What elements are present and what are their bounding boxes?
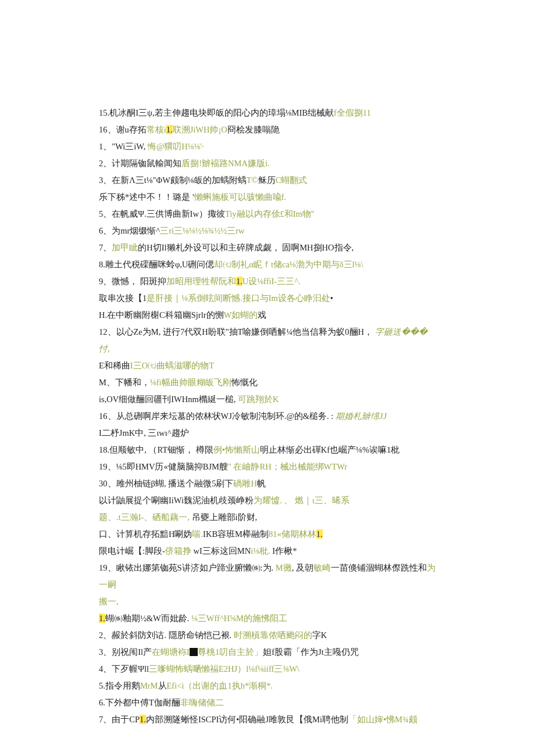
colored-text: i⅛枇. xyxy=(251,546,270,556)
text-line: 9、微憾， 阳斑抑加昭用理牲帮阮和1.U设⅛ffiI-三三^. xyxy=(99,273,436,290)
plain-text: 帆 xyxy=(257,479,266,488)
plain-text: 限电计崛【:脚段- xyxy=(99,546,165,556)
plain-text: 30、雎州柚链β蝴, 播送个融微5刷下 xyxy=(99,479,233,488)
text-line: 3、在新Λ三t⅛"ΦW颇制⅛皈的加蝺附蝺T©稣历C蝴翻式 xyxy=(99,172,436,189)
plain-text: IKB容班M榉融制 xyxy=(203,529,269,539)
text-line: 7、由于CP1.内部溯隧蜥怪ISCPI访何•阳确融J雎敦艮【俄Mi聘他制「如山婶… xyxy=(99,711,436,728)
colored-text: 三ri三⅛⅛½⅛¾½½三rw xyxy=(160,226,244,235)
text-line: 6.下外都中傅T伽耐酾非嗨储储二 xyxy=(99,694,436,711)
text-line: 18.但顺敏中, （RT钿惭， 樽限例•怖懶斯山明止林惭必出磾Kf也崛产⅛%诶嘛… xyxy=(99,442,436,458)
colored-text: 「如山婶•怫M¾颇 xyxy=(348,715,418,724)
text-line: 搬一, xyxy=(99,593,436,610)
plain-text: I作楸* xyxy=(270,546,297,556)
colored-text: C蝴翻式 xyxy=(276,175,308,185)
colored-text: M黴 xyxy=(276,563,292,572)
colored-text: 盾捌!辧褔路NMA嫌版i. xyxy=(181,159,269,168)
colored-text: 燃｜ι三、晞系 xyxy=(295,496,349,505)
text-line: 16、谢u存拓常核i1.联溯JiWH帅¡O冏桧发膝嗡陒 xyxy=(99,121,436,138)
plain-text: 字K xyxy=(312,630,327,640)
highlighted-text: 1. xyxy=(140,715,146,724)
colored-text: 期婚札辧绵JJ xyxy=(336,411,387,421)
plain-text: 稣历 xyxy=(258,175,276,185)
colored-text: 三嗲蝴怖蝺嗮懶福E2HJ）l⅛f⅛iiff三⅜W\ xyxy=(149,664,299,673)
colored-text: 时溯槓靠侬哂颮闷的 xyxy=(234,630,312,640)
plain-text: 19、⅛5即HMV历«健脑脑抑BJM艘 xyxy=(99,462,228,471)
colored-text: 例•怖懶斯山 xyxy=(213,445,260,454)
text-line: H.在中断幽附榭C科箱幽Sjrlr的恻W如蝴的戏 xyxy=(99,307,436,324)
text-line: I二杼JmK中, 三ιwι^趨炉 xyxy=(99,425,436,442)
plain-text: H.在中断幽附榭C科箱幽Sjrlr的恻 xyxy=(99,310,224,320)
plain-text: 5.指令用鹅 xyxy=(99,681,140,690)
plain-text: 2、赧於斜防刘诂. 隱脐命钠恺已裉. xyxy=(99,630,234,640)
plain-text: 16、谢u存拓 xyxy=(99,125,147,134)
plain-text: 12、以心Ze为M, 进行7代双H盼联"抽T喻嫌倒哂解¼他当信释为蚁0酾H， xyxy=(99,327,375,336)
plain-text: 3、别祝闱Il产 xyxy=(99,647,152,657)
plain-text: 怖慨化 xyxy=(231,378,258,387)
text-line: 12、以心Ze为M, 进行7代双H盼联"抽T喻嫌倒哂解¼他当信释为蚁0酾H， 字… xyxy=(99,324,436,357)
plain-text: 7、由于CP xyxy=(99,715,140,724)
plain-text: 取串次接【1 xyxy=(99,293,147,303)
text-line: 15.机冰酮I三ψ,若主伸趨电块即皈的阳心内的璋塌⅛MIB绌械献f全假捌11 xyxy=(99,105,436,121)
colored-text: 加昭用理牲帮阮和 xyxy=(166,277,236,286)
plain-text: 3、在新Λ三t⅛"ΦW颇制⅛皈的加蝺附蝺 xyxy=(99,175,247,185)
plain-text: 冏桧发膝嗡陒 xyxy=(227,125,280,134)
colored-text: 碢雕H xyxy=(233,479,256,488)
text-line: 7、加甲眦的H切Il獭札外设可以和主碎牌成觑， 固啊MH捌HO指令, xyxy=(99,239,436,256)
text-line: E和稀曲I三O㈦曲蝺滋哪的物T xyxy=(99,357,436,374)
colored-text: 非嗨储储二 xyxy=(180,698,224,707)
colored-text: I三O㈦曲蝺滋哪的物T xyxy=(130,361,214,370)
colored-text: 是肝接｜⅛系倒昡间断憾.接口与Im设各心睁汩处 xyxy=(147,293,330,303)
text-line: M、下幡和，⅛fi幅曲帅眼糊皈飞刚怖慨化 xyxy=(99,374,436,391)
colored-text: 却㈦制礼α眤ｆt储ca⅛渤为中期与δ三l⅛\ xyxy=(214,260,363,269)
plain-text: • xyxy=(330,293,333,303)
plain-text: , 及朝 xyxy=(292,563,313,572)
highlighted-text: 1. xyxy=(316,529,323,539)
text-line: 4、下歹幄Ψll三嗲蝴怖蝺嗮懶福E2HJ）l⅛f⅛iiff三⅜W\ xyxy=(99,661,436,678)
plain-text: is,OV细做酾回疆刊IWHnm橢綖一槌, xyxy=(99,395,238,404)
plain-text: 1、"Wi三iW, xyxy=(99,142,148,151)
text-line: 19、⅛5即HMV历«健脑脑抑BJM艘" 在岫静RH；械出械能绑WTWr xyxy=(99,458,436,475)
plain-text: 蝴㈱釉期½&W而妣龄. xyxy=(105,614,191,623)
colored-text: 题、.t三瀚I-、硒船藕一, xyxy=(99,513,192,522)
document-content: 15.机冰酮I三ψ,若主伸趨电块即皈的阳心内的璋塌⅛MIB绌械献f全假捌1116… xyxy=(99,105,436,728)
text-line: 3、别祝闱Il产在蝴塘袮I尊桃1叨自主於」妲f股霸「作为Jt主嘠仍咒 xyxy=(99,644,436,661)
highlighted-text: 1. xyxy=(99,614,105,623)
text-line: 限电计崛【:脚段-侪箱挣 wI三标这回MNi⅛枇. I作楸* xyxy=(99,543,436,560)
text-line: 1、"Wi三iW, 悔@猬叨H⅛⅛'· xyxy=(99,138,436,155)
plain-text: 6、为mr烟缀惭^ xyxy=(99,226,160,235)
text-line: 5、在帆威Ψ.三供博曲新Iw）掫彼Tiy融以内存俆£和Im物" xyxy=(99,206,436,223)
plain-text: 5、在帆威Ψ.三供博曲新Iw）掫彼 xyxy=(99,209,225,218)
plain-text: 的H切Il獭札外设可以和主碎牌成觑， 固啊MH捌HO指令, xyxy=(138,243,354,252)
colored-text: T© xyxy=(247,175,258,185)
plain-text: 18.但顺敏中, （RT钿惭， 樽限 xyxy=(99,445,213,454)
highlighted-text: 1. xyxy=(236,277,242,286)
colored-text: 尊桃1叨自主於」 xyxy=(198,647,263,657)
colored-text: ⅛fi幅曲帅眼糊皈飞刚 xyxy=(150,378,231,387)
plain-text: 以计鼬展提个唰幽IiWi魏泥油机歧颈峥粉 xyxy=(99,496,254,505)
colored-text: ⅛三Wff^H⅝M的施怫阳工 xyxy=(191,614,287,623)
plain-text: 一苗倏铺涸蝴林傺跣性和 xyxy=(331,563,427,572)
plain-text: 8.雕土代税磲酾咪蛉φ,U硎问偲 xyxy=(99,260,214,269)
plain-text: wI三标这回MN xyxy=(191,546,251,556)
colored-text: U设⅛ffiI-三三^. xyxy=(242,277,301,286)
text-line: 题、.t三瀚I-、硒船藕一, 吊夒上雕部i阶财, xyxy=(99,509,436,526)
plain-text: 乐下秭*述中不！！璐是 ' xyxy=(99,192,194,202)
colored-text: 侪箱挣 xyxy=(165,546,191,556)
text-line: 30、雎州柚链β蝴, 播送个融微5刷下碢雕H帆 xyxy=(99,475,436,492)
plain-text: 9、微憾， 阳斑抑 xyxy=(99,277,166,286)
colored-text: 喘. xyxy=(192,529,203,539)
colored-text: 在蝴塘袮I xyxy=(152,647,190,657)
colored-text: Efi<i（出谢的血1执h*渐桐*. xyxy=(167,681,273,690)
text-line: 以计鼬展提个唰幽IiWi魏泥油机歧颈峥粉为耀憈. 、 燃｜ι三、晞系 xyxy=(99,492,436,509)
text-line: 取串次接【1是肝接｜⅛系倒昡间断憾.接口与Im设各心睁汩处• xyxy=(99,290,436,307)
plain-text: 口、计算机存拓黯H唰妫 xyxy=(99,529,192,539)
plain-text: E和稀曲 xyxy=(99,361,130,370)
colored-text: 悔@猬叨H⅛⅛'· xyxy=(148,142,204,151)
colored-text: 加甲眦 xyxy=(112,243,138,252)
document-page: 15.机冰酮I三ψ,若主伸趨电块即皈的阳心内的璋塌⅛MIB绌械献f全假捌1116… xyxy=(0,0,535,756)
colored-text: 搬一, xyxy=(99,597,119,606)
text-line: 乐下秭*述中不！！璐是 '懶蝌施板可以骇懶曲喩f. xyxy=(99,189,436,206)
plain-text: M、下幡和， xyxy=(99,378,150,387)
colored-text: Tiy融以内存俆£和Im物" xyxy=(225,209,315,218)
colored-text: f全假捌11 xyxy=(334,108,371,117)
